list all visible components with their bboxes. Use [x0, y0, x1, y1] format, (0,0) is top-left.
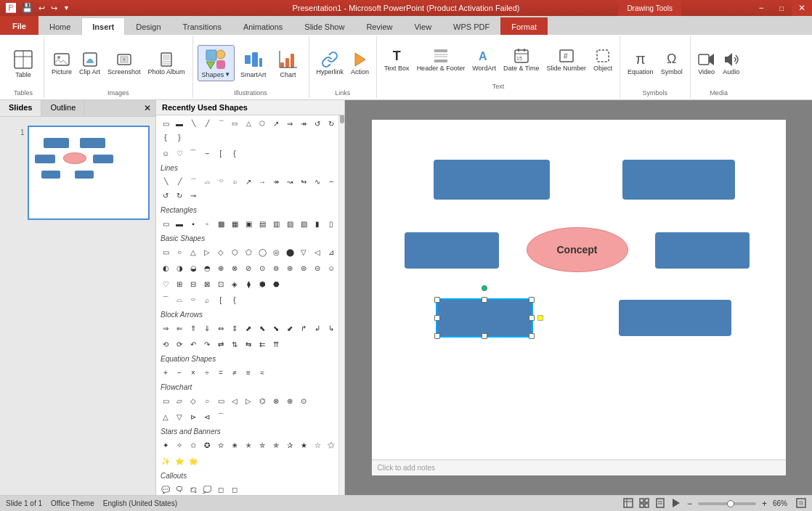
video-button[interactable]: Video — [695, 49, 718, 78]
tab-home[interactable]: Home — [38, 17, 81, 35]
shape-ba-5[interactable]: ⇔ — [214, 322, 227, 335]
shape-ba-9[interactable]: ⬊ — [269, 322, 283, 335]
slidenumber-button[interactable]: # Slide Number — [544, 45, 590, 74]
shape-line-11[interactable]: ↬ — [297, 175, 310, 188]
shape-basic-26[interactable]: ☺ — [325, 261, 338, 274]
wordart-button[interactable]: A WordArt — [469, 45, 499, 74]
screenshot-button[interactable]: Screenshot — [105, 49, 144, 78]
shape-r2-6[interactable]: { — [228, 147, 241, 160]
shape-eq-6[interactable]: ≠ — [228, 366, 241, 379]
fit-window[interactable] — [796, 498, 806, 510]
tab-animations[interactable]: Animations — [232, 17, 293, 35]
handle-yellow[interactable] — [537, 315, 543, 321]
view-normal[interactable] — [623, 498, 633, 510]
shape-basic-2[interactable]: ○ — [173, 245, 186, 258]
action-button[interactable]: Action — [348, 49, 372, 78]
shape-line-13[interactable]: ⌢ — [325, 175, 338, 188]
shape-recent-6[interactable]: ▭ — [228, 117, 241, 130]
shape-ba-6[interactable]: ⇕ — [228, 322, 241, 335]
shape-recent-4[interactable]: ╱ — [200, 117, 214, 130]
shape-eq-5[interactable]: = — [214, 366, 227, 379]
shape-line-5[interactable]: ⌔ — [214, 175, 227, 188]
slides-panel-close[interactable]: ✕ — [139, 100, 155, 116]
tab-review[interactable]: Review — [355, 17, 403, 35]
shape-rect-8[interactable]: ▤ — [256, 217, 269, 230]
shape-star-1[interactable]: ✦ — [159, 438, 172, 451]
shape-basic-31[interactable]: ⊡ — [214, 277, 227, 290]
shape-line-7[interactable]: ↗ — [242, 175, 255, 188]
shape-line-1[interactable]: ╲ — [159, 175, 172, 188]
slide-shape-4[interactable] — [655, 232, 750, 269]
shape-recent-13[interactable]: ↻ — [325, 117, 338, 130]
close-button[interactable]: ✕ — [792, 0, 812, 16]
shape-line-4[interactable]: ⌓ — [200, 175, 214, 188]
shape-fc-4[interactable]: ○ — [200, 394, 214, 407]
shapes-button[interactable]: Shapes ▼ — [198, 45, 235, 81]
shape-rect-9[interactable]: ▥ — [269, 217, 283, 230]
tab-design[interactable]: Design — [125, 17, 171, 35]
shape-fc-11[interactable]: ⊙ — [297, 394, 310, 407]
shape-rect-2[interactable]: ▬ — [173, 217, 186, 230]
shape-basic-8[interactable]: ◯ — [256, 245, 269, 258]
shape-line-14[interactable]: ↺ — [159, 189, 172, 202]
shape-basic-11[interactable]: ▽ — [297, 245, 310, 258]
shapes-panel-scrollbar[interactable] — [338, 100, 344, 495]
rotate-handle[interactable] — [482, 285, 487, 291]
view-reading[interactable] — [655, 498, 665, 510]
shape-star-15[interactable]: ⭐ — [173, 454, 186, 467]
view-slideshow[interactable] — [671, 498, 681, 510]
slide-shape-concept[interactable]: Concept — [527, 227, 628, 272]
view-slidesorter[interactable] — [639, 498, 649, 510]
shape-basic-16[interactable]: ◒ — [187, 261, 200, 274]
shape-ba-11[interactable]: ↱ — [297, 322, 310, 335]
shape-rect-7[interactable]: ▣ — [242, 217, 255, 230]
symbol-button[interactable]: Ω Symbol — [658, 49, 686, 78]
shape-rect-10[interactable]: ▨ — [283, 217, 296, 230]
shape-basic-23[interactable]: ⊛ — [283, 261, 296, 274]
shape-basic-27[interactable]: ♡ — [159, 277, 172, 290]
shape-line-10[interactable]: ↝ — [283, 175, 296, 188]
shape-ba-16[interactable]: ↶ — [187, 338, 200, 351]
shape-star-2[interactable]: ✧ — [173, 438, 186, 451]
table-button[interactable]: Table — [7, 45, 39, 81]
shape-recent-8[interactable]: ⬡ — [256, 117, 269, 130]
shape-basic-34[interactable]: ⬢ — [256, 277, 269, 290]
shape-fc-1[interactable]: ▭ — [159, 394, 172, 407]
shape-basic-19[interactable]: ⊗ — [228, 261, 241, 274]
shape-basic-36[interactable]: ⌒ — [159, 293, 172, 306]
shape-recent-rect[interactable]: ▭ — [159, 117, 172, 130]
clipart-button[interactable]: Clip Art — [76, 49, 103, 78]
shape-ba-15[interactable]: ⟳ — [173, 338, 186, 351]
tab-wpspdf[interactable]: WPS PDF — [442, 17, 500, 35]
shape-recent-10[interactable]: ⇒ — [283, 117, 296, 130]
shape-ba-1[interactable]: ⇒ — [159, 322, 172, 335]
shape-fc-3[interactable]: ◇ — [187, 394, 200, 407]
tab-file[interactable]: File — [0, 16, 38, 35]
shape-recent-15[interactable]: } — [173, 131, 186, 144]
shape-star-5[interactable]: ✫ — [214, 438, 227, 451]
shape-eq-8[interactable]: ≈ — [256, 366, 269, 379]
shape-basic-24[interactable]: ⊜ — [297, 261, 310, 274]
shape-star-4[interactable]: ✪ — [200, 438, 214, 451]
handle-tr[interactable] — [529, 297, 535, 303]
zoom-out[interactable]: − — [687, 499, 692, 509]
handle-bc[interactable] — [482, 333, 487, 339]
handle-br[interactable] — [529, 333, 535, 339]
shape-line-6[interactable]: ⌕ — [228, 175, 241, 188]
shape-eq-1[interactable]: + — [159, 366, 172, 379]
shape-fc-7[interactable]: ▷ — [242, 394, 255, 407]
shape-line-3[interactable]: ⌒ — [187, 175, 200, 188]
shape-rect-3[interactable]: ▪ — [187, 217, 200, 230]
shape-r2-5[interactable]: [ — [214, 147, 227, 160]
shape-star-9[interactable]: ✯ — [269, 438, 283, 451]
shape-basic-32[interactable]: ◈ — [228, 277, 241, 290]
shape-call-2[interactable]: 🗨 — [173, 483, 186, 495]
shape-star-6[interactable]: ✬ — [228, 438, 241, 451]
slide-shape-6[interactable] — [619, 300, 731, 336]
quick-access-redo[interactable]: ↪ — [51, 4, 57, 13]
shape-basic-40[interactable]: [ — [214, 293, 227, 306]
shape-eq-7[interactable]: ≡ — [242, 366, 255, 379]
shape-call-3[interactable]: 🗯 — [187, 483, 200, 495]
shape-star-7[interactable]: ✭ — [242, 438, 255, 451]
chart-button[interactable]: Chart — [272, 45, 304, 81]
